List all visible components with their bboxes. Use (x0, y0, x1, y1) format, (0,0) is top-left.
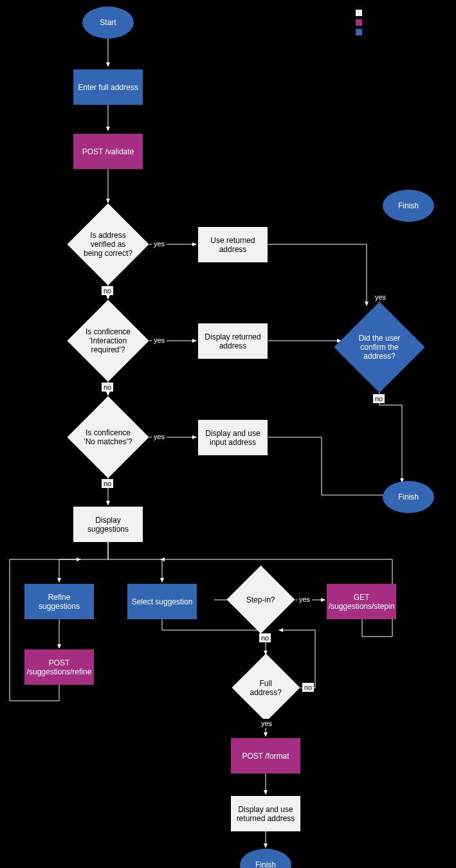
use-returned: Use returned address (198, 227, 268, 262)
lbl-no: no (102, 383, 113, 392)
select-suggestion: Select suggestion (127, 584, 197, 619)
lbl-yes: yes (259, 719, 274, 728)
lbl-yes: yes (297, 595, 312, 604)
legend-white (356, 10, 362, 16)
decision-interaction: Is conficence 'Interaction required'? (67, 300, 149, 381)
lbl-yes: yes (152, 336, 167, 345)
lbl-yes: yes (152, 239, 167, 248)
display-returned: Display returned address (198, 323, 268, 359)
decision-verified: Is address verified as being correct? (67, 203, 149, 285)
lbl-yes: yes (152, 432, 167, 441)
display-input: Display and use input address (198, 420, 268, 455)
flowchart: Start Enter full address POST /validate … (0, 0, 456, 868)
post-refine: POST /suggestions/refine (24, 649, 94, 685)
finish-right: Finish (383, 481, 434, 513)
legend-blue (356, 29, 362, 35)
finish-bottom: Finish (240, 849, 291, 868)
start-node: Start (82, 6, 134, 39)
legend-magenta (356, 19, 362, 26)
decision-stepin: Step-in? (226, 565, 295, 633)
display-suggestions: Display suggestions (73, 507, 143, 542)
lbl-no: no (373, 394, 385, 403)
decision-nomatches: Is conficence 'No matches'? (67, 396, 149, 478)
get-stepin: GET /suggestions/stepin (327, 584, 396, 619)
lbl-no: no (302, 683, 314, 692)
post-validate: POST /validate (73, 134, 143, 169)
display-use-returned: Display and use returned address (231, 796, 300, 831)
enter-address: Enter full address (73, 69, 143, 105)
finish-top: Finish (383, 190, 434, 222)
decision-fulladdr: Full address? (232, 653, 300, 721)
decision-confirm: Did the user confirm the address? (334, 302, 424, 392)
post-format: POST /format (231, 738, 300, 773)
lbl-no: no (102, 286, 113, 295)
lbl-no: no (259, 633, 271, 642)
refine-suggestions: Refine suggestions (24, 584, 94, 619)
lbl-no: no (102, 479, 113, 488)
lbl-yes: yes (373, 293, 388, 302)
